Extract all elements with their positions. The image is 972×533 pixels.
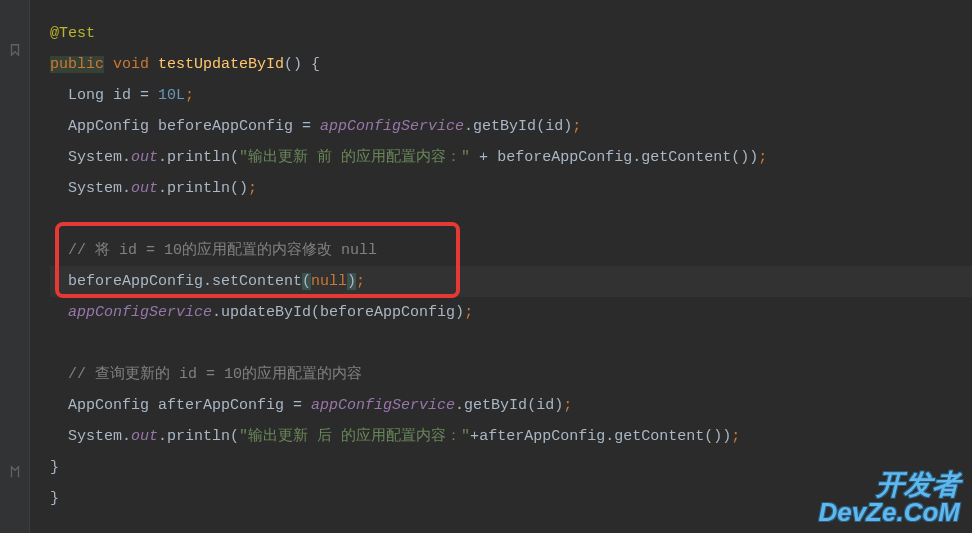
code-line: [50, 328, 972, 359]
code-line: public void testUpdateById() {: [50, 49, 972, 80]
code-line: Long id = 10L;: [50, 80, 972, 111]
code-line: }: [50, 452, 972, 483]
code-line: // 查询更新的 id = 10的应用配置的内容: [50, 359, 972, 390]
code-line: AppConfig beforeAppConfig = appConfigSer…: [50, 111, 972, 142]
code-line: [50, 204, 972, 235]
matched-paren: (: [302, 273, 311, 290]
code-line: System.out.println();: [50, 173, 972, 204]
method-name: testUpdateById: [158, 56, 284, 73]
code-line: // 将 id = 10的应用配置的内容修改 null: [50, 235, 972, 266]
code-line: @Test: [50, 18, 972, 49]
code-editor[interactable]: @Test public void testUpdateById() { Lon…: [0, 0, 972, 514]
code-line: appConfigService.updateById(beforeAppCon…: [50, 297, 972, 328]
keyword-public: public: [50, 56, 104, 73]
keyword-void: void: [113, 56, 149, 73]
matched-paren: ): [347, 273, 356, 290]
code-line: AppConfig afterAppConfig = appConfigServ…: [50, 390, 972, 421]
code-line: beforeAppConfig.setContent(null);: [50, 266, 972, 297]
code-line: }: [50, 483, 972, 514]
code-line: System.out.println("输出更新 后 的应用配置内容："+aft…: [50, 421, 972, 452]
annotation: @Test: [50, 25, 95, 42]
code-line: System.out.println("输出更新 前 的应用配置内容：" + b…: [50, 142, 972, 173]
